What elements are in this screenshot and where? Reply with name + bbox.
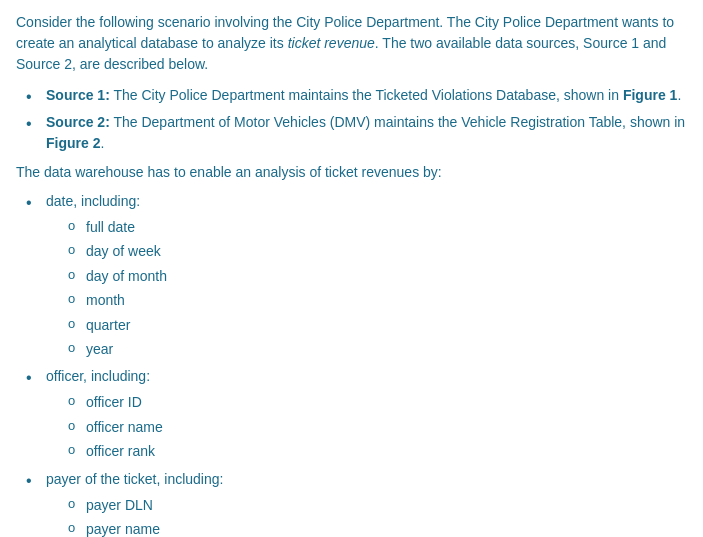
source-2-text: The Department of Motor Vehicles (DMV) m… — [110, 114, 685, 130]
sub-item-1-1: officer name — [66, 416, 687, 438]
sub-item-0-4: quarter — [66, 314, 687, 336]
sub-item-1-2: officer rank — [66, 440, 687, 462]
sub-item-1-0: officer ID — [66, 391, 687, 413]
category-item-0: date, including:full dateday of weekday … — [26, 191, 687, 360]
source-2-label: Source 2: — [46, 114, 110, 130]
sub-item-2-1: payer name — [66, 518, 687, 537]
sub-item-0-2: day of month — [66, 265, 687, 287]
category-item-1: officer, including:officer IDofficer nam… — [26, 366, 687, 462]
source-2-item: Source 2: The Department of Motor Vehicl… — [26, 112, 687, 154]
sources-list: Source 1: The City Police Department mai… — [26, 85, 687, 154]
sub-item-2-0: payer DLN — [66, 494, 687, 516]
sub-item-0-5: year — [66, 338, 687, 360]
sub-item-0-0: full date — [66, 216, 687, 238]
analysis-intro: The data warehouse has to enable an anal… — [16, 162, 687, 183]
source-1-text2: . — [677, 87, 681, 103]
sub-list-0: full dateday of weekday of monthmonthqua… — [66, 216, 687, 360]
intro-italic: ticket revenue — [288, 35, 375, 51]
source-1-text: The City Police Department maintains the… — [110, 87, 623, 103]
sub-item-0-3: month — [66, 289, 687, 311]
source-2-text2: . — [100, 135, 104, 151]
source-1-label: Source 1: — [46, 87, 110, 103]
category-item-2: payer of the ticket, including:payer DLN… — [26, 469, 687, 537]
category-label-0: date, including: — [46, 193, 140, 209]
sub-item-0-1: day of week — [66, 240, 687, 262]
categories-list: date, including:full dateday of weekday … — [26, 191, 687, 537]
sub-list-1: officer IDofficer nameofficer rank — [66, 391, 687, 462]
source-1-item: Source 1: The City Police Department mai… — [26, 85, 687, 106]
intro-paragraph: Consider the following scenario involvin… — [16, 12, 687, 75]
category-label-1: officer, including: — [46, 368, 150, 384]
category-label-2: payer of the ticket, including: — [46, 471, 223, 487]
source-1-figure: Figure 1 — [623, 87, 677, 103]
sub-list-2: payer DLNpayer namepayer genderpayer bir… — [66, 494, 687, 537]
source-2-figure: Figure 2 — [46, 135, 100, 151]
